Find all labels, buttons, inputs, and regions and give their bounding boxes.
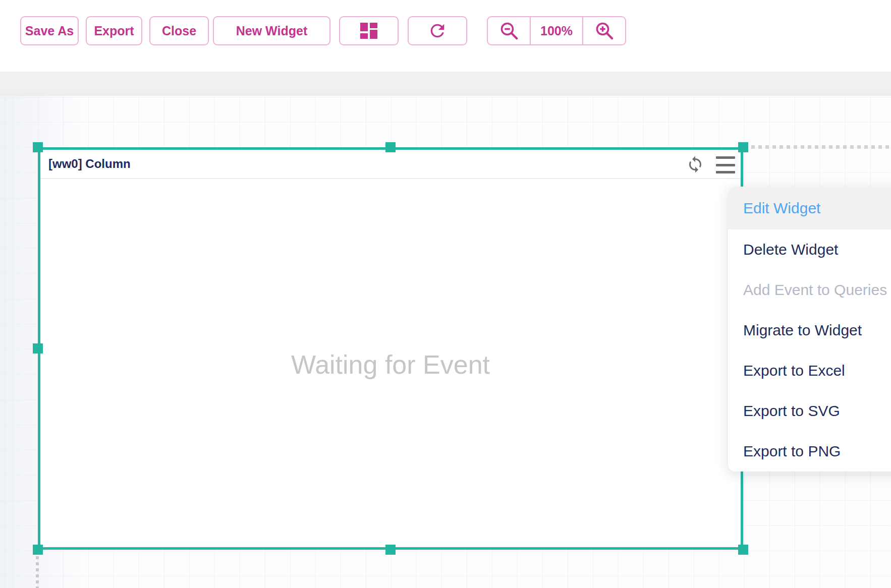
- toolbar-divider-strip: [0, 72, 891, 96]
- menu-item-export-to-svg[interactable]: Export to SVG: [728, 391, 891, 431]
- widget-context-menu: Edit Widget Delete Widget Add Event to Q…: [728, 187, 891, 472]
- resize-handle-bottom-right[interactable]: [738, 545, 748, 555]
- resize-handle-top-left[interactable]: [33, 142, 43, 152]
- close-button[interactable]: Close: [149, 16, 209, 45]
- widget-sync-icon[interactable]: [686, 155, 704, 173]
- zoom-level: 100%: [530, 17, 583, 44]
- zoom-out-button[interactable]: [488, 17, 530, 44]
- resize-handle-top-right[interactable]: [738, 142, 748, 152]
- widget-header[interactable]: [ww0] Column: [40, 150, 741, 179]
- waiting-for-event-text: Waiting for Event: [40, 349, 741, 380]
- resize-handle-bottom-middle[interactable]: [385, 545, 396, 555]
- top-toolbar: Save As Export Close New Widget: [0, 0, 891, 72]
- hamburger-bar: [716, 156, 735, 159]
- zoom-in-icon: [594, 20, 615, 41]
- menu-item-delete-widget[interactable]: Delete Widget: [728, 229, 891, 270]
- zoom-controls: 100%: [487, 16, 626, 45]
- menu-item-edit-widget[interactable]: Edit Widget: [728, 187, 891, 229]
- zoom-out-icon: [498, 20, 520, 41]
- menu-item-add-event-to-queries: Add Event to Queries: [728, 270, 891, 310]
- widget-ww0-column[interactable]: [ww0] Column Waiting for Event: [38, 147, 743, 550]
- resize-handle-middle-left[interactable]: [33, 343, 43, 354]
- hamburger-bar: [716, 164, 735, 166]
- widget-hamburger-menu-icon[interactable]: [716, 156, 735, 173]
- column-boundary-dashed-line-vertical: [36, 556, 39, 588]
- column-boundary-dashed-line: [751, 145, 891, 149]
- hamburger-bar: [716, 171, 735, 173]
- refresh-dashboard-button[interactable]: [408, 16, 467, 45]
- export-button[interactable]: Export: [86, 16, 142, 45]
- widget-title: [ww0] Column: [48, 157, 131, 171]
- menu-item-export-to-excel[interactable]: Export to Excel: [728, 350, 891, 391]
- new-widget-button[interactable]: New Widget: [213, 16, 330, 45]
- refresh-icon: [427, 21, 448, 41]
- zoom-in-button[interactable]: [583, 17, 625, 44]
- resize-handle-bottom-left[interactable]: [33, 545, 43, 555]
- dashboard-layout-button[interactable]: [339, 16, 399, 45]
- save-as-button[interactable]: Save As: [20, 16, 79, 45]
- menu-item-migrate-to-widget[interactable]: Migrate to Widget: [728, 310, 891, 350]
- dashboard-layout-icon: [360, 22, 378, 40]
- resize-handle-top-middle[interactable]: [385, 142, 396, 152]
- menu-item-export-to-png[interactable]: Export to PNG: [728, 431, 891, 472]
